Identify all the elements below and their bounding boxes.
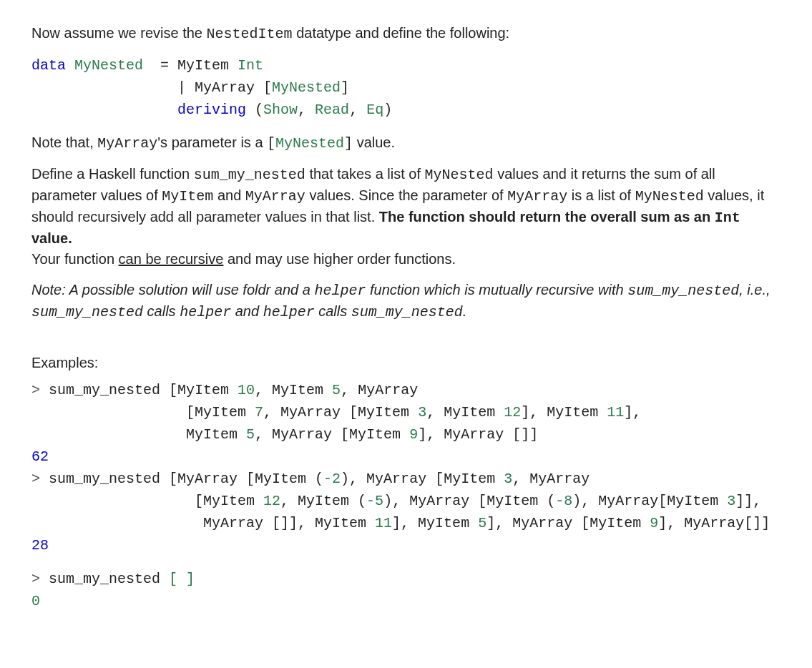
ex3-fn: sum_my_nested — [40, 571, 169, 587]
note1-myarray: MyArray — [97, 135, 157, 152]
ex2-b: ), MyArray [MyItem — [341, 471, 504, 487]
prompt-3: > — [31, 571, 40, 587]
type-int: Int — [238, 57, 263, 74]
task-can-be-recursive: can be recursive — [119, 251, 224, 267]
ex1-l2c: , MyItem — [426, 404, 504, 421]
intro-text-1: Now assume we revise the — [31, 25, 207, 41]
ex1-fn: sum_my_nested — [40, 382, 169, 398]
ex2-n1: -2 — [323, 471, 341, 487]
task-fnname: sum_my_nested — [194, 167, 305, 183]
ex1-c: , MyArray — [341, 382, 418, 398]
ex1-n3: 7 — [255, 404, 263, 421]
ex2-n8: 5 — [478, 515, 486, 531]
note2-t1: Note: A possible solution will use foldr… — [31, 282, 314, 298]
task-description: Define a Haskell function sum_my_nested … — [31, 164, 781, 270]
ex1-b: , MyItem — [255, 382, 332, 398]
comma2: , — [349, 102, 366, 118]
ex2-n6: 3 — [727, 493, 735, 509]
ex1-n2: 5 — [332, 382, 341, 398]
ex2-l2a: [MyItem — [195, 493, 263, 509]
note1-t7: value. — [353, 134, 395, 150]
pipe-myarray: | MyArray [ — [177, 79, 272, 96]
ex2-n9: 9 — [650, 515, 658, 531]
ex3-result: 0 — [31, 593, 40, 609]
ex1-l3a: MyItem — [186, 426, 246, 443]
deriving-show: Show — [263, 102, 298, 118]
example-3: > sum_my_nested [ ] 0 — [31, 568, 781, 612]
intro-code-nesteditem: NestedItem — [207, 26, 293, 42]
deriving-close: ) — [383, 102, 392, 118]
deriving-open: ( — [246, 102, 263, 118]
note1-mynested: MyNested — [275, 135, 344, 152]
ex2-n2: 3 — [504, 471, 512, 487]
intro-text-3: datatype and define the following: — [293, 25, 510, 41]
task-p1c: that takes a list of — [305, 166, 425, 182]
ex1-n8: 9 — [409, 426, 418, 443]
ex2-l3a: MyArray []], MyItem — [203, 515, 375, 531]
ex2-n4: -5 — [366, 493, 383, 509]
task-p1i: values. Since the parameter of — [305, 187, 507, 203]
eq-myitem: = MyItem — [143, 57, 238, 74]
ex1-n7: 5 — [246, 426, 255, 443]
ex1-l2a: [MyItem — [186, 404, 255, 421]
ex1-a: [MyItem — [169, 382, 238, 398]
comma1: , — [298, 102, 315, 118]
ex2-c: , MyArray — [512, 471, 590, 487]
task-mynested: MyNested — [425, 167, 494, 183]
ex2-n3: 12 — [263, 493, 280, 509]
note2-helper: helper — [314, 283, 366, 299]
note2-t3: function which is mutually recursive wit… — [366, 282, 627, 298]
ex2-fn: sum_my_nested — [40, 471, 169, 487]
task-bold1: The function should return the overall s… — [379, 209, 715, 225]
task-p1a: Define a Haskell function — [31, 166, 194, 182]
note2-t9: and — [231, 303, 263, 319]
ex2-n7: 11 — [375, 515, 392, 531]
task-myarray: MyArray — [245, 188, 305, 205]
data-definition-block: data MyNested = MyItem Int | MyArray [My… — [31, 54, 781, 121]
task-p2a: Your function — [31, 251, 119, 267]
ex2-l3d: ], MyArray[]] — [658, 515, 770, 531]
note2-t7: calls — [143, 303, 180, 319]
note-myarray-param: Note that, MyArray's parameter is a [MyN… — [31, 132, 781, 154]
note2-smn2: sum_my_nested — [31, 304, 143, 320]
kw-deriving: deriving — [177, 102, 246, 118]
ex2-l3c: ], MyArray [MyItem — [486, 515, 650, 531]
ex2-l2b: , MyItem ( — [280, 493, 366, 509]
note2-helper3: helper — [263, 304, 315, 320]
ex2-a: [MyArray [MyItem ( — [169, 471, 323, 487]
task-p2c: and may use higher order functions. — [223, 251, 456, 267]
note1-t3: 's parameter is a — [157, 134, 267, 150]
task-p1g: and — [213, 187, 245, 203]
ex2-n5: -8 — [555, 493, 572, 509]
ex1-l3c: ], MyArray []] — [418, 426, 538, 443]
type-mynested-2: MyNested — [272, 79, 341, 96]
note1-rbracket: ] — [344, 135, 353, 152]
task-p1k: is a list of — [567, 187, 635, 203]
ex1-n6: 11 — [607, 404, 624, 421]
close-bracket: ] — [341, 79, 349, 96]
ex1-l2e: ], — [624, 404, 641, 421]
ex2-l3b: ], MyItem — [392, 515, 478, 531]
ex2-l2e: ]], — [735, 493, 761, 509]
note2-smn3: sum_my_nested — [351, 304, 463, 320]
deriving-read: Read — [315, 102, 349, 118]
task-bold-int: Int — [715, 210, 740, 226]
task-myarray2: MyArray — [507, 188, 567, 205]
example-1: > sum_my_nested [MyItem 10, MyItem 5, My… — [31, 379, 781, 556]
ex3-arg: [ ] — [169, 571, 195, 587]
ex1-result: 62 — [31, 448, 49, 465]
note2-helper2: helper — [180, 304, 231, 320]
ex1-l2d: ], MyItem — [521, 404, 607, 421]
ex2-l2c: ), MyArray [MyItem ( — [383, 493, 555, 509]
kw-data: data — [31, 57, 66, 74]
type-mynested: MyNested — [74, 57, 143, 74]
ex1-n5: 12 — [504, 404, 521, 421]
prompt-2: > — [31, 471, 40, 487]
intro-paragraph: Now assume we revise the NestedItem data… — [31, 23, 781, 44]
examples-label: Examples: — [31, 353, 781, 373]
note1-lbracket: [ — [267, 135, 275, 152]
note-solution-hint: Note: A possible solution will use foldr… — [31, 280, 781, 323]
ex2-result: 28 — [31, 537, 49, 554]
ex2-l2d: ), MyArray[MyItem — [572, 493, 727, 509]
ex1-n4: 3 — [418, 404, 426, 421]
